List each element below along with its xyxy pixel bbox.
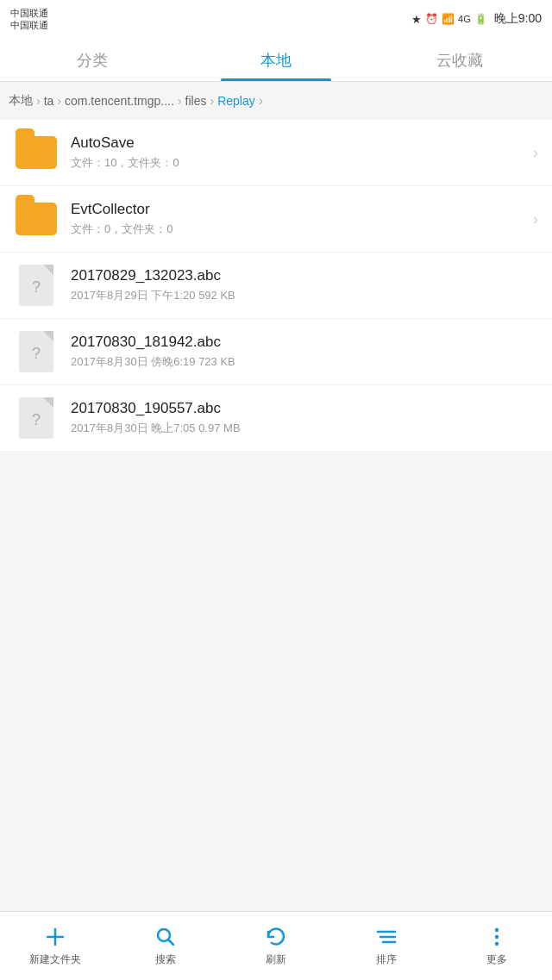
- file-meta: 2017年8月30日 晚上7:05 0.97 MB: [71, 421, 538, 436]
- file-name: 20170829_132023.abc: [71, 267, 538, 284]
- tab-classify[interactable]: 分类: [0, 38, 184, 81]
- bluetooth-icon: ★: [411, 13, 422, 26]
- status-bar: 中国联通 中国联通 ★ ⏰ 📶 4G 🔋 晚上9:00: [0, 0, 552, 38]
- file-icon: ?: [14, 396, 59, 440]
- file-info: 20170830_181942.abc 2017年8月30日 傍晚6:19 72…: [71, 334, 538, 370]
- folder-icon: [14, 197, 59, 241]
- more-label: 更多: [486, 952, 507, 967]
- tab-local[interactable]: 本地: [184, 38, 367, 81]
- alarm-icon: ⏰: [425, 13, 438, 25]
- file-meta: 文件：0，文件夹：0: [71, 222, 526, 237]
- file-info: 20170830_190557.abc 2017年8月30日 晚上7:05 0.…: [71, 400, 538, 436]
- chevron-right-icon: ›: [533, 210, 538, 228]
- breadcrumb-files[interactable]: files: [185, 94, 207, 108]
- file-meta: 2017年8月29日 下午1:20 592 KB: [71, 288, 538, 303]
- signal-icon: 4G: [458, 14, 471, 24]
- status-right: ★ ⏰ 📶 4G 🔋 晚上9:00: [411, 11, 542, 27]
- file-list: AutoSave 文件：10，文件夹：0 › EvtCollector 文件：0…: [0, 120, 552, 451]
- list-item[interactable]: EvtCollector 文件：0，文件夹：0 ›: [0, 186, 552, 253]
- search-button[interactable]: 搜索: [110, 912, 221, 980]
- file-icon: ?: [14, 263, 59, 308]
- battery-icon: 🔋: [474, 13, 487, 25]
- breadcrumb-local[interactable]: 本地: [9, 93, 33, 109]
- search-label: 搜索: [155, 952, 176, 967]
- breadcrumb-sep-2: ›: [178, 94, 182, 108]
- refresh-button[interactable]: 刷新: [221, 912, 331, 980]
- list-item[interactable]: ? 20170830_181942.abc 2017年8月30日 傍晚6:19 …: [0, 319, 552, 385]
- file-name: 20170830_190557.abc: [71, 400, 538, 417]
- more-icon: [485, 925, 509, 949]
- unknown-file-icon: ?: [32, 345, 41, 363]
- new-folder-label: 新建文件夹: [29, 952, 81, 967]
- wifi-icon: 📶: [442, 13, 455, 25]
- unknown-file-icon: ?: [32, 411, 41, 429]
- list-item[interactable]: ? 20170830_190557.abc 2017年8月30日 晚上7:05 …: [0, 385, 552, 451]
- breadcrumb-ta[interactable]: ta: [44, 94, 54, 108]
- plus-icon: [43, 925, 67, 949]
- file-icon: ?: [14, 329, 59, 374]
- breadcrumb-sep-3: ›: [210, 94, 214, 108]
- sort-button[interactable]: 排序: [331, 912, 442, 980]
- breadcrumb-sep-0: ›: [36, 94, 41, 108]
- list-item[interactable]: AutoSave 文件：10，文件夹：0 ›: [0, 120, 552, 186]
- new-folder-button[interactable]: 新建文件夹: [0, 912, 110, 980]
- file-info: 20170829_132023.abc 2017年8月29日 下午1:20 59…: [71, 267, 538, 303]
- breadcrumb-replay[interactable]: Replay: [217, 94, 255, 108]
- more-button[interactable]: 更多: [442, 912, 552, 980]
- search-icon: [154, 925, 178, 949]
- svg-point-7: [495, 928, 499, 932]
- file-name: AutoSave: [71, 134, 526, 152]
- folder-icon: [14, 130, 59, 175]
- breadcrumb-sep-1: ›: [57, 94, 61, 108]
- refresh-icon: [264, 925, 288, 949]
- tab-bar: 分类 本地 云收藏: [0, 38, 552, 82]
- bottom-nav: 新建文件夹 搜索 刷新 排序 更多: [0, 911, 552, 980]
- sort-label: 排序: [376, 952, 397, 967]
- file-meta: 2017年8月30日 傍晚6:19 723 KB: [71, 354, 538, 370]
- breadcrumb-pkg[interactable]: com.tencent.tmgp....: [65, 94, 174, 108]
- svg-point-8: [495, 935, 499, 939]
- list-item[interactable]: ? 20170829_132023.abc 2017年8月29日 下午1:20 …: [0, 253, 552, 319]
- carrier-info: 中国联通 中国联通: [10, 7, 48, 32]
- carrier-top: 中国联通: [10, 7, 48, 19]
- time-display: 晚上9:00: [494, 11, 542, 27]
- file-info: AutoSave 文件：10，文件夹：0: [71, 134, 526, 171]
- breadcrumb: 本地 › ta › com.tencent.tmgp.... › files ›…: [0, 82, 552, 120]
- file-name: 20170830_181942.abc: [71, 334, 538, 351]
- unknown-file-icon: ?: [32, 278, 41, 296]
- sort-icon: [374, 925, 398, 949]
- file-info: EvtCollector 文件：0，文件夹：0: [71, 201, 526, 237]
- file-meta: 文件：10，文件夹：0: [71, 155, 526, 171]
- file-name: EvtCollector: [71, 201, 526, 218]
- refresh-label: 刷新: [266, 952, 286, 967]
- tab-cloud[interactable]: 云收藏: [368, 38, 552, 81]
- chevron-right-icon: ›: [533, 144, 538, 162]
- carrier-bottom: 中国联通: [10, 19, 48, 31]
- svg-point-9: [495, 942, 499, 946]
- svg-line-3: [169, 940, 174, 946]
- breadcrumb-more-icon: ›: [259, 93, 263, 109]
